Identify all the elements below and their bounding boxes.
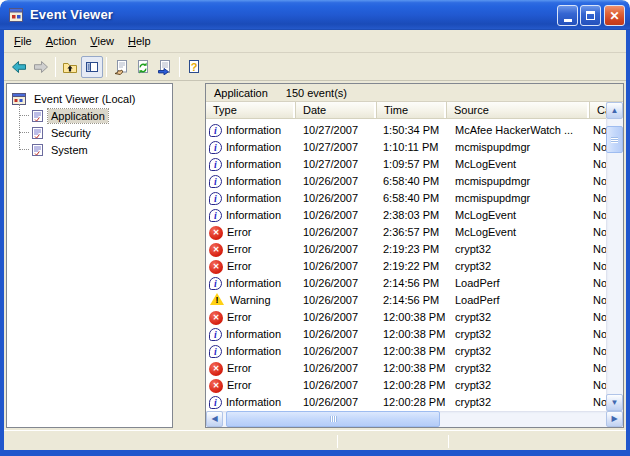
event-row[interactable]: iInformation10/26/20072:38:03 PMMcLogEve… <box>206 207 606 224</box>
vertical-scrollbar[interactable]: ▲ ▼ <box>606 102 623 411</box>
toolbar-separator <box>55 57 56 77</box>
show-hide-console-tree-button[interactable] <box>81 56 103 78</box>
cell-time: 12:00:28 PM <box>377 394 447 411</box>
export-list-button[interactable] <box>154 56 176 78</box>
tree-root-label: Event Viewer (Local) <box>31 92 138 106</box>
column-header-date[interactable]: Date <box>296 102 377 119</box>
cell-time: 2:19:23 PM <box>377 241 447 258</box>
event-row[interactable]: iInformation10/26/20072:14:56 PMLoadPerf… <box>206 275 606 292</box>
vertical-scroll-thumb[interactable] <box>606 126 623 153</box>
menu-bar: FileActionViewHelp <box>4 30 626 53</box>
error-icon: ✕ <box>209 311 223 325</box>
cell-source: crypt32 <box>447 360 590 377</box>
help-icon: ? <box>186 59 202 75</box>
maximize-button[interactable] <box>580 5 601 26</box>
scroll-right-button[interactable]: ▶ <box>606 411 623 427</box>
up-one-level-button[interactable] <box>59 56 81 78</box>
event-row[interactable]: iInformation10/26/20076:58:40 PMmcmispup… <box>206 173 606 190</box>
tree-item-application[interactable]: Application <box>7 107 172 124</box>
properties-button[interactable] <box>110 56 132 78</box>
event-row[interactable]: iInformation10/27/20071:10:11 PMmcmispup… <box>206 139 606 156</box>
cell-category: No <box>590 360 606 377</box>
cell-source: crypt32 <box>447 343 590 360</box>
title-bar[interactable]: Event Viewer ✕ <box>0 0 630 30</box>
cell-category: No <box>590 292 606 309</box>
forward-icon <box>33 59 49 75</box>
information-icon: i <box>209 124 222 137</box>
menu-help[interactable]: Help <box>121 30 158 52</box>
event-row[interactable]: iInformation10/26/200712:00:38 PMcrypt32… <box>206 343 606 360</box>
scroll-left-button[interactable]: ◀ <box>206 411 223 427</box>
tree-item-label: Application <box>48 109 108 123</box>
type-label: Information <box>226 394 281 411</box>
information-icon: i <box>209 209 222 222</box>
minimize-button[interactable] <box>557 5 578 26</box>
type-label: Information <box>226 275 281 292</box>
menu-view[interactable]: View <box>83 30 121 52</box>
maximize-icon <box>586 11 595 20</box>
list-header: TypeDateTimeSourceCa <box>206 102 606 119</box>
event-row[interactable]: !Warning10/26/20072:14:56 PMLoadPerfNo <box>206 292 606 309</box>
event-row[interactable]: iInformation10/27/20071:09:57 PMMcLogEve… <box>206 156 606 173</box>
cell-type: ✕Error <box>206 241 296 258</box>
cell-time: 2:14:56 PM <box>377 292 447 309</box>
horizontal-scroll-thumb[interactable] <box>226 411 440 427</box>
cell-source: mcmispupdmgr <box>447 190 590 207</box>
event-row[interactable]: iInformation10/26/20076:58:40 PMmcmispup… <box>206 190 606 207</box>
tree-item-system[interactable]: System <box>7 141 172 158</box>
scroll-down-button[interactable]: ▼ <box>606 394 623 411</box>
event-row[interactable]: ✕Error10/26/200712:00:38 PMcrypt32No <box>206 360 606 377</box>
cell-source: LoadPerf <box>447 292 590 309</box>
help-button[interactable]: ? <box>183 56 205 78</box>
cell-time: 12:00:28 PM <box>377 377 447 394</box>
type-label: Information <box>226 326 281 343</box>
status-bar-divider <box>337 435 338 448</box>
workspace: Event Viewer (Local) ApplicationSecurity… <box>4 80 626 430</box>
back-button[interactable] <box>8 56 30 78</box>
menu-file[interactable]: File <box>7 30 39 52</box>
cell-type: ✕Error <box>206 377 296 394</box>
event-row[interactable]: ✕Error10/26/20072:36:57 PMMcLogEventNo <box>206 224 606 241</box>
scroll-up-button[interactable]: ▲ <box>606 102 623 119</box>
cell-type: iInformation <box>206 394 296 411</box>
event-log-icon <box>31 143 44 157</box>
toolbar-separator <box>106 57 107 77</box>
cell-category: No <box>590 173 606 190</box>
event-row[interactable]: iInformation10/27/20071:50:34 PMMcAfee H… <box>206 122 606 139</box>
horizontal-scrollbar[interactable]: ◀ ▶ <box>206 411 623 427</box>
column-header-source[interactable]: Source <box>447 102 590 119</box>
close-button[interactable]: ✕ <box>604 5 625 26</box>
event-row[interactable]: iInformation10/26/200712:00:38 PMcrypt32… <box>206 326 606 343</box>
information-icon: i <box>209 345 222 358</box>
cell-source: crypt32 <box>447 309 590 326</box>
cell-time: 12:00:38 PM <box>377 309 447 326</box>
tree-item-security[interactable]: Security <box>7 124 172 141</box>
properties-icon <box>113 59 129 75</box>
event-row[interactable]: ✕Error10/26/200712:00:28 PMcrypt32No <box>206 377 606 394</box>
column-header-ca[interactable]: Ca <box>590 102 606 119</box>
column-header-time[interactable]: Time <box>377 102 447 119</box>
column-header-type[interactable]: Type <box>206 102 296 119</box>
toolbar: ? <box>4 54 626 80</box>
event-row[interactable]: iInformation10/26/200712:00:28 PMcrypt32… <box>206 394 606 411</box>
event-row[interactable]: ✕Error10/26/20072:19:23 PMcrypt32No <box>206 241 606 258</box>
cell-date: 10/26/2007 <box>296 309 377 326</box>
type-label: Error <box>227 241 251 258</box>
cell-source: McAfee HackerWatch ... <box>447 122 590 139</box>
event-row[interactable]: ✕Error10/26/200712:00:38 PMcrypt32No <box>206 309 606 326</box>
cell-category: No <box>590 377 606 394</box>
cell-date: 10/26/2007 <box>296 275 377 292</box>
cell-time: 1:50:34 PM <box>377 122 447 139</box>
cell-type: ✕Error <box>206 224 296 241</box>
cell-type: iInformation <box>206 156 296 173</box>
cell-source: LoadPerf <box>447 275 590 292</box>
event-row[interactable]: ✕Error10/26/20072:19:22 PMcrypt32No <box>206 258 606 275</box>
refresh-button[interactable] <box>132 56 154 78</box>
menu-action[interactable]: Action <box>39 30 84 52</box>
forward-button[interactable] <box>30 56 52 78</box>
cell-source: McLogEvent <box>447 207 590 224</box>
tree-root-event-viewer-local[interactable]: Event Viewer (Local) <box>7 90 172 107</box>
error-icon: ✕ <box>209 379 223 393</box>
error-icon: ✕ <box>209 260 223 274</box>
show-hide-console-tree-icon <box>84 59 100 75</box>
